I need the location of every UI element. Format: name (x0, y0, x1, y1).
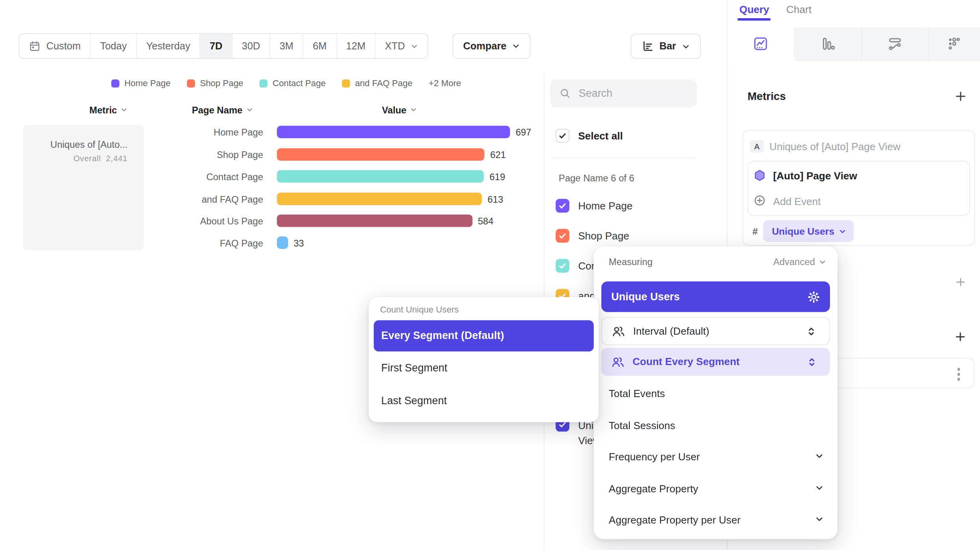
filter-item-home-page[interactable]: Home Page (556, 199, 633, 213)
stepper-icon (807, 357, 816, 367)
menu-item-total-sessions[interactable]: Total Sessions (609, 420, 675, 431)
metric-cell-title: Uniques of [Auto... (29, 139, 128, 149)
menu-item-last-segment[interactable]: Last Segment (381, 395, 447, 407)
chart-row: and FAQ Page 613 (144, 193, 503, 205)
search-input[interactable] (579, 87, 685, 100)
date-range-today[interactable]: Today (91, 34, 137, 58)
tab-chart[interactable]: Chart (786, 4, 811, 15)
chart-type-button[interactable]: Bar (631, 34, 700, 58)
date-range-custom[interactable]: Custom (19, 34, 91, 58)
chevron-down-icon (410, 106, 417, 113)
bar[interactable] (277, 126, 510, 138)
filter-group-label: Page Name 6 of 6 (559, 173, 634, 183)
calendar-icon (29, 40, 41, 52)
date-range-xtd[interactable]: XTD (375, 34, 427, 58)
column-header-metric[interactable]: Metric (89, 104, 128, 115)
filter-item-shop-page[interactable]: Shop Page (556, 229, 629, 243)
count-unique-users-popup: Count Unique Users Every Segment (Defaul… (369, 297, 599, 422)
chevron-down-icon (121, 106, 128, 113)
kebab-menu-icon[interactable] (957, 368, 960, 380)
add-event-icon (754, 194, 766, 206)
chart-row: FAQ Page 33 (144, 236, 304, 249)
users-icon (612, 326, 625, 337)
menu-item-first-segment[interactable]: First Segment (381, 362, 447, 375)
tab-flows[interactable] (861, 28, 928, 60)
menu-item-interval[interactable]: Interval (Default) (601, 317, 830, 345)
bar[interactable] (277, 215, 472, 227)
tab-retention[interactable] (928, 28, 980, 60)
chart-row: Home Page 697 (144, 126, 531, 138)
measurement-pill[interactable]: Unique Users (763, 220, 854, 242)
add-breakdown-button[interactable] (955, 332, 966, 342)
column-label: Metric (89, 104, 117, 115)
advanced-dropdown[interactable]: Advanced (773, 256, 826, 267)
select-all-row[interactable]: Select all (556, 129, 623, 143)
legend-item[interactable]: and FAQ Page (342, 78, 413, 88)
tab-funnels[interactable] (794, 28, 861, 60)
event-name[interactable]: [Auto] Page View (773, 170, 857, 182)
legend-item[interactable]: Shop Page (187, 78, 243, 88)
menu-item-frequency-per-user[interactable]: Frequency per User (609, 451, 700, 463)
menu-item-total-events[interactable]: Total Events (609, 388, 665, 399)
menu-item-every-segment[interactable]: Every Segment (Default) (374, 320, 594, 351)
add-event-button[interactable]: Add Event (773, 196, 821, 207)
date-range-label: Custom (46, 40, 81, 51)
bar-value: 621 (490, 149, 506, 160)
bar-value: 613 (488, 194, 503, 204)
compare-button[interactable]: Compare (452, 33, 531, 59)
divider (551, 158, 696, 158)
column-header-page-name[interactable]: Page Name (192, 104, 253, 115)
hash-symbol: # (753, 226, 758, 236)
date-range-yesterday[interactable]: Yesterday (137, 34, 200, 58)
tab-insights[interactable] (727, 28, 794, 60)
bar[interactable] (277, 170, 484, 183)
date-range-30d[interactable]: 30D (233, 34, 270, 58)
date-range-label: 7D (210, 40, 222, 51)
add-filter-button[interactable] (956, 277, 965, 287)
flows-icon (888, 36, 903, 51)
bar-category-label: About Us Page (144, 215, 263, 226)
menu-item-aggregate-property-per-user[interactable]: Aggregate Property per User (609, 514, 741, 526)
date-range-label: XTD (385, 40, 405, 51)
bar-category-label: Contact Page (144, 171, 263, 182)
column-header-value[interactable]: Value (382, 104, 417, 115)
menu-item-label: Unique Users (611, 290, 680, 303)
bar[interactable] (277, 193, 482, 205)
legend-item[interactable]: Contact Page (259, 78, 326, 88)
chevron-down-icon (512, 42, 520, 50)
legend-more[interactable]: +2 More (429, 78, 461, 88)
menu-item-label: Every Segment (Default) (381, 330, 504, 342)
menu-item-label: Count Every Segment (633, 356, 740, 368)
menu-item-unique-users[interactable]: Unique Users (601, 281, 830, 312)
checkbox-checked[interactable] (556, 259, 569, 273)
chevron-down-icon (815, 515, 824, 524)
date-range-6m[interactable]: 6M (303, 34, 336, 58)
users-icon (611, 356, 624, 367)
stepper-icon (807, 326, 816, 336)
bar-category-label: and FAQ Page (144, 194, 263, 204)
bar[interactable] (277, 236, 288, 249)
bar[interactable] (277, 148, 484, 161)
insights-icon (753, 36, 768, 51)
select-all-checkbox[interactable] (556, 129, 569, 143)
add-metric-button[interactable] (955, 91, 966, 102)
chart-legend: Home Page Shop Page Contact Page and FAQ… (111, 78, 461, 88)
metric-cell[interactable]: Uniques of [Auto... Overall 2,441 (23, 125, 144, 251)
checkbox-checked[interactable] (556, 199, 569, 213)
event-hexagon-icon (754, 170, 766, 181)
legend-swatch (259, 79, 268, 87)
metric-badge: A (750, 140, 764, 153)
date-range-12m[interactable]: 12M (337, 34, 375, 58)
checkbox-checked[interactable] (556, 229, 569, 243)
select-all-label: Select all (578, 130, 623, 141)
tab-query[interactable]: Query (740, 4, 769, 15)
chart-row: Contact Page 619 (144, 170, 505, 183)
advanced-label: Advanced (773, 256, 815, 267)
gear-icon[interactable] (807, 290, 820, 303)
date-range-7d[interactable]: 7D (200, 34, 232, 58)
menu-item-aggregate-property[interactable]: Aggregate Property (609, 483, 698, 495)
date-range-3m[interactable]: 3M (270, 34, 303, 58)
chart-type-label: Bar (659, 41, 676, 52)
menu-item-count-every-segment[interactable]: Count Every Segment (601, 348, 830, 376)
legend-item[interactable]: Home Page (111, 78, 171, 88)
